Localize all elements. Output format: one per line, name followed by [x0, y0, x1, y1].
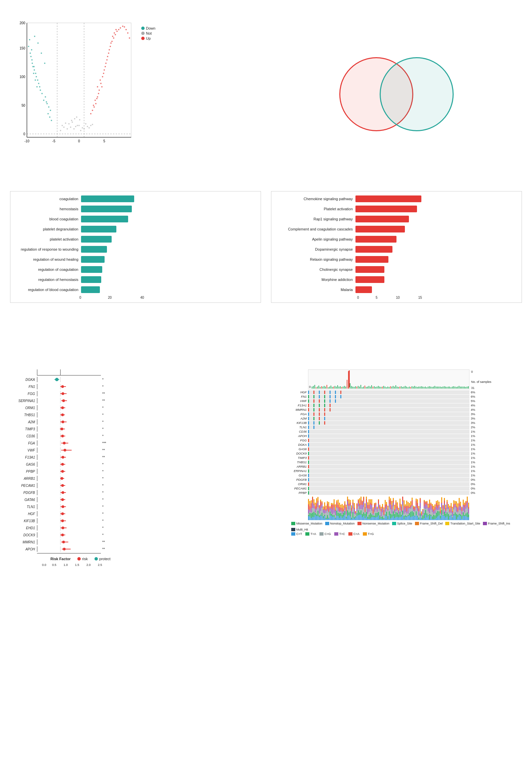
svg-rect-896 — [457, 515, 458, 517]
go-bar-fill-9 — [81, 286, 100, 293]
svg-rect-938 — [467, 512, 468, 517]
go-bar-2: blood coagulation — [14, 215, 257, 223]
svg-rect-787 — [433, 519, 434, 520]
svg-rect-268 — [316, 508, 317, 510]
svg-rect-419 — [350, 503, 351, 505]
svg-rect-721 — [418, 519, 419, 520]
svg-rect-440 — [355, 516, 356, 517]
forest-gene-16: PDGFB — [10, 491, 37, 495]
svg-rect-336 — [331, 503, 332, 505]
svg-rect-739 — [422, 519, 423, 520]
svg-rect-510 — [370, 499, 371, 503]
svg-rect-445 — [356, 516, 357, 520]
svg-point-50 — [37, 79, 38, 81]
kegg-bar-label-3: Complement and coagulation cascades — [275, 227, 355, 231]
svg-rect-558 — [381, 507, 382, 509]
forest-star-6: * — [102, 420, 109, 424]
svg-rect-683 — [409, 507, 410, 508]
svg-rect-282 — [319, 505, 320, 506]
svg-rect-632 — [398, 514, 399, 517]
onco-gene-label-23: PPBP — [291, 491, 308, 495]
svg-rect-597 — [390, 509, 391, 514]
svg-rect-650 — [402, 511, 403, 515]
svg-rect-531 — [375, 510, 376, 513]
svg-rect-369 — [339, 512, 340, 513]
svg-rect-371 — [339, 507, 340, 511]
svg-rect-681 — [409, 508, 410, 513]
svg-rect-581 — [386, 504, 387, 506]
svg-point-34 — [92, 124, 93, 125]
svg-point-39 — [36, 86, 38, 87]
svg-rect-672 — [406, 501, 407, 506]
svg-rect-671 — [406, 506, 407, 511]
svg-rect-563 — [382, 507, 383, 508]
svg-rect-660 — [404, 500, 405, 506]
svg-rect-143 — [354, 387, 354, 389]
kegg-bar-label-2: Rap1 signaling pathway — [275, 217, 355, 221]
svg-rect-585 — [387, 511, 388, 516]
svg-rect-127 — [332, 387, 333, 389]
svg-rect-820 — [440, 513, 441, 514]
svg-rect-711 — [416, 508, 417, 511]
forest-row-1: FN1 * — [10, 383, 261, 390]
svg-rect-841 — [445, 517, 446, 520]
svg-rect-376 — [340, 510, 341, 512]
onco-gene-label-15: TIMP3 — [291, 456, 308, 460]
svg-point-82 — [112, 36, 113, 37]
kegg-bar-fill-8 — [355, 276, 384, 283]
svg-rect-659 — [404, 506, 405, 510]
forest-star-11: ** — [102, 456, 109, 459]
svg-rect-688 — [410, 507, 411, 509]
svg-rect-595 — [390, 518, 391, 520]
svg-rect-271 — [317, 516, 318, 520]
svg-rect-140 — [350, 383, 350, 389]
svg-point-58 — [46, 103, 48, 104]
onco-gene-grid-11 — [308, 438, 469, 442]
svg-rect-673 — [408, 516, 409, 520]
onco-gene-label-20: PDGFB — [291, 478, 308, 481]
svg-rect-773 — [429, 504, 430, 508]
panel-c: coagulation hemostasis blood coagulation… — [7, 178, 264, 353]
svg-point-29 — [88, 127, 90, 129]
svg-rect-248 — [312, 513, 313, 517]
kegg-bar-7: Cholinergic synapse — [275, 265, 518, 274]
forest-row-19: HGF * — [10, 510, 261, 517]
svg-rect-330 — [330, 506, 331, 508]
svg-point-87 — [90, 113, 91, 114]
svg-rect-628 — [397, 509, 398, 510]
svg-rect-194 — [422, 387, 423, 389]
svg-rect-898 — [457, 511, 458, 512]
svg-rect-472 — [362, 505, 363, 509]
svg-rect-761 — [426, 502, 427, 505]
forest-star-13: * — [102, 470, 109, 473]
tmb-svg — [308, 370, 470, 389]
onco-gene-label-10: APOH — [291, 434, 308, 438]
svg-rect-895 — [457, 517, 458, 520]
svg-rect-567 — [383, 515, 384, 518]
onco-row-6: A2M3% — [291, 417, 522, 421]
svg-rect-704 — [414, 516, 415, 516]
onco-row-1: FN16% — [291, 395, 522, 399]
svg-rect-227 — [467, 387, 467, 389]
onco-gene-grid-10 — [308, 434, 469, 438]
svg-rect-512 — [371, 514, 372, 517]
svg-rect-384 — [342, 504, 343, 508]
svg-rect-235 — [309, 516, 310, 520]
svg-rect-455 — [358, 500, 359, 503]
svg-rect-902 — [459, 514, 460, 515]
legend-down-label: Down — [146, 26, 155, 30]
svg-rect-565 — [383, 519, 384, 520]
svg-rect-852 — [447, 500, 448, 502]
svg-rect-243 — [311, 512, 312, 513]
svg-rect-305 — [324, 507, 325, 510]
svg-rect-694 — [412, 505, 413, 506]
svg-rect-747 — [424, 508, 425, 513]
onco-pct-10: 1% — [471, 434, 479, 438]
panel-f: 0 0 No. of samples 31 HGF6%FN16%VWF5%F13… — [268, 357, 525, 585]
svg-rect-423 — [351, 513, 352, 518]
svg-rect-796 — [434, 510, 435, 513]
svg-rect-253 — [313, 517, 314, 520]
svg-rect-139 — [348, 371, 349, 389]
forest-star-0: * — [102, 378, 109, 382]
svg-rect-354 — [335, 504, 336, 510]
